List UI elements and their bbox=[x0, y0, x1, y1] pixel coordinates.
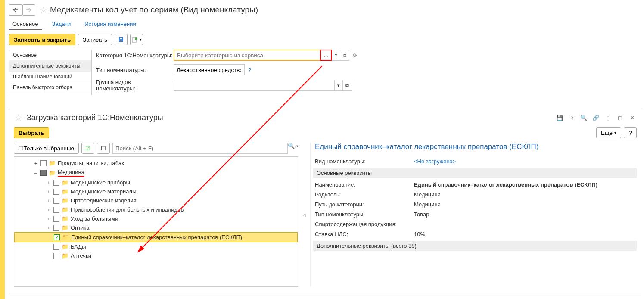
tree-label: Оптика bbox=[71, 224, 90, 231]
folder-icon: 📁 bbox=[62, 206, 68, 213]
tree-row[interactable]: +📁Медицинские материалы bbox=[14, 187, 298, 196]
print-icon[interactable]: 🖨 bbox=[567, 113, 576, 122]
expander-icon[interactable]: + bbox=[46, 189, 51, 194]
type-label: Тип номенклатуры: bbox=[96, 67, 174, 73]
modal-title: Загрузка категорий 1С:Номенклатуры bbox=[27, 113, 163, 122]
tree-label: Медицинские материалы bbox=[71, 188, 137, 195]
checkbox[interactable] bbox=[53, 253, 59, 259]
help-button[interactable]: ? bbox=[624, 127, 637, 138]
svg-rect-1 bbox=[120, 38, 122, 39]
tree-row[interactable]: +📁Оптика bbox=[14, 223, 298, 232]
folder-icon: 📁 bbox=[62, 215, 68, 222]
nav-back-button[interactable] bbox=[9, 4, 22, 16]
link-icon[interactable]: 🔗 bbox=[591, 113, 600, 122]
category-select-button[interactable]: … bbox=[320, 50, 332, 61]
expander-icon[interactable]: + bbox=[46, 225, 51, 230]
save-and-close-button[interactable]: Записать и закрыть bbox=[9, 34, 75, 45]
more-vertical-icon[interactable]: ⋮ bbox=[603, 113, 613, 122]
checkbox[interactable] bbox=[40, 160, 47, 166]
sidebar-item-filter-panel[interactable]: Панель быстрого отбора bbox=[9, 82, 91, 93]
search-icon[interactable]: 🔍 bbox=[288, 143, 295, 154]
section-extra-props: Дополнительные реквизиты (всего 38) bbox=[313, 241, 637, 251]
tree-row[interactable]: 📁БАДы bbox=[14, 242, 298, 251]
expander-icon[interactable]: + bbox=[46, 216, 51, 221]
expander-icon[interactable]: + bbox=[33, 161, 38, 166]
maximize-icon[interactable]: ◻ bbox=[615, 113, 625, 122]
tab-history[interactable]: История изменений bbox=[81, 19, 140, 30]
tree-row[interactable]: +📁Продукты, напитки, табак bbox=[14, 159, 298, 168]
expander-icon[interactable]: – bbox=[33, 170, 38, 175]
tab-main[interactable]: Основное bbox=[9, 19, 42, 30]
collapse-handle-icon[interactable]: ◁ bbox=[302, 212, 306, 217]
list-icon-button[interactable] bbox=[115, 34, 128, 45]
checkbox[interactable] bbox=[53, 180, 59, 186]
folder-icon: 📁 bbox=[62, 224, 68, 231]
category-input[interactable] bbox=[174, 50, 320, 61]
folder-icon: 📁 bbox=[49, 160, 56, 166]
tree-label: Продукты, напитки, табак bbox=[58, 160, 124, 166]
more-button[interactable]: Еще ▾ bbox=[596, 127, 621, 138]
checkbox[interactable] bbox=[53, 198, 59, 204]
folder-icon: 📁 bbox=[49, 170, 56, 176]
type-help-icon[interactable]: ? bbox=[248, 67, 251, 73]
checkbox[interactable] bbox=[53, 207, 59, 213]
modal-favorite-star-icon[interactable]: ☆ bbox=[15, 112, 22, 123]
expander-icon[interactable]: + bbox=[46, 207, 51, 212]
check-all-button[interactable]: ☑ bbox=[81, 143, 94, 154]
expander-icon[interactable]: + bbox=[46, 198, 51, 203]
tab-tasks[interactable]: Задачи bbox=[49, 19, 75, 30]
preview-icon[interactable]: 🔍 bbox=[579, 113, 588, 122]
tree-row[interactable]: 📁Аптечки bbox=[14, 251, 298, 260]
tree-row[interactable]: +📁Уход за больными bbox=[14, 214, 298, 223]
section-sidebar: Основное Дополнительные реквизиты Шаблон… bbox=[9, 50, 92, 95]
tree-label: Единый справочник–каталог лекарственных … bbox=[71, 234, 242, 240]
checkbox[interactable] bbox=[40, 170, 47, 176]
group-open-button[interactable]: ⧉ bbox=[343, 80, 352, 91]
tree-row[interactable]: +📁Медицинские приборы bbox=[14, 178, 298, 187]
tree-row[interactable]: +📁Приспособления для больных и инвалидов bbox=[14, 205, 298, 214]
create-from-button[interactable]: ▾ bbox=[130, 34, 143, 45]
folder-icon: 📁 bbox=[62, 197, 68, 204]
close-icon[interactable]: ✕ bbox=[627, 113, 637, 122]
folder-icon: 📁 bbox=[62, 243, 68, 250]
details-panel: Единый справочник–каталог лекарственных … bbox=[310, 143, 637, 287]
expander-icon[interactable]: + bbox=[46, 180, 51, 185]
search-clear-button[interactable]: × bbox=[295, 143, 298, 154]
sidebar-item-main[interactable]: Основное bbox=[9, 50, 91, 61]
section-main-props: Основные реквизиты bbox=[313, 168, 637, 178]
sidebar-item-templates[interactable]: Шаблоны наименований bbox=[9, 72, 91, 82]
tree-row[interactable]: ✓📁Единый справочник–каталог лекарственны… bbox=[14, 232, 298, 242]
save-icon[interactable]: 💾 bbox=[555, 113, 564, 122]
details-kind-value[interactable]: <Не загружена> bbox=[414, 158, 456, 165]
tree-label: Аптечки bbox=[71, 252, 91, 259]
refresh-icon[interactable]: ⟳ bbox=[353, 52, 358, 59]
tree-search-input[interactable] bbox=[112, 143, 288, 154]
save-button[interactable]: Записать bbox=[78, 34, 112, 45]
checkbox[interactable] bbox=[53, 244, 59, 250]
only-selected-button[interactable]: ☐ Только выбранные bbox=[14, 143, 79, 154]
uncheck-all-button[interactable]: ☐ bbox=[97, 143, 110, 154]
nav-forward-button[interactable] bbox=[22, 4, 35, 16]
tree-row[interactable]: –📁Медицина bbox=[14, 168, 298, 178]
category-clear-button[interactable]: × bbox=[332, 50, 340, 61]
tree-label: Медицина bbox=[58, 169, 84, 177]
type-input[interactable] bbox=[174, 64, 245, 75]
svg-rect-2 bbox=[120, 40, 122, 40]
tree-row[interactable]: +📁Ортопедические изделия bbox=[14, 196, 298, 205]
select-button[interactable]: Выбрать bbox=[14, 127, 49, 138]
sidebar-item-extra[interactable]: Дополнительные реквизиты bbox=[9, 61, 91, 72]
tree-label: Медицинские приборы bbox=[71, 179, 130, 186]
group-input[interactable] bbox=[174, 80, 334, 91]
category-open-button[interactable]: ⧉ bbox=[340, 50, 349, 61]
checkbox[interactable]: ✓ bbox=[54, 234, 60, 240]
category-label: Категория 1С:Номенклатуры: bbox=[96, 52, 174, 59]
checkbox[interactable] bbox=[53, 189, 59, 195]
page-title: Медикаменты кол учет по сериям (Вид номе… bbox=[50, 5, 258, 15]
folder-icon: 📁 bbox=[62, 179, 68, 186]
checkbox[interactable] bbox=[53, 225, 59, 231]
folder-icon: 📁 bbox=[62, 188, 68, 195]
favorite-star-icon[interactable]: ☆ bbox=[40, 5, 47, 15]
details-kind-label: Вид номенклатуры: bbox=[315, 158, 414, 165]
checkbox[interactable] bbox=[53, 216, 59, 222]
group-dropdown-button[interactable]: ▾ bbox=[334, 80, 343, 91]
